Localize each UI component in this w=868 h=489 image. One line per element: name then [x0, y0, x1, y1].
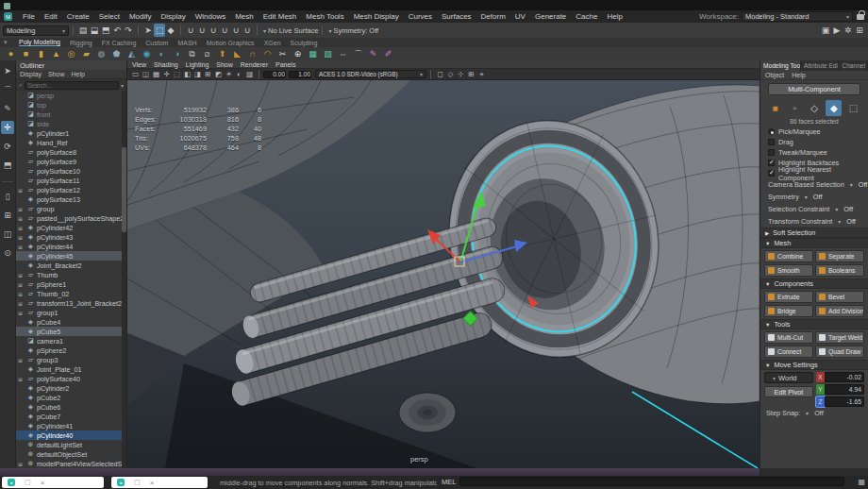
shelf-tab[interactable]: XGen — [264, 40, 281, 46]
shadows-icon[interactable]: ◐ — [234, 70, 244, 78]
outliner-item[interactable]: ⊞ polySurface12 — [16, 185, 122, 194]
expand-toggle-icon[interactable]: ⊞ — [18, 310, 25, 316]
smooth-icon[interactable]: ◠ — [260, 48, 275, 59]
shelf-tab[interactable]: MASH — [177, 40, 196, 46]
exposure-field[interactable] — [263, 71, 286, 78]
camera-attributes-icon[interactable]: ▭ — [130, 70, 141, 78]
undo-icon[interactable]: ↶ — [111, 24, 123, 37]
menu-item[interactable]: Select — [94, 12, 125, 21]
render-icon[interactable]: ▣ — [820, 24, 831, 37]
resolution-gate-icon[interactable]: ◧ — [182, 70, 192, 78]
scene-3d[interactable]: Verts: 519932 386 6 Edges: 1030318 816 8… — [127, 80, 760, 468]
tool-command-button[interactable]: Target Weld — [815, 331, 864, 344]
outliner-item[interactable]: ⊞ polySurface8 — [16, 147, 122, 157]
axis-orientation-select[interactable]: ▾ World — [764, 372, 813, 383]
edge-mode-icon[interactable]: ◇ — [807, 100, 823, 116]
boolean-intersect-icon[interactable]: ◑ — [170, 48, 184, 59]
component-command-button[interactable]: Bridge — [764, 305, 813, 317]
checkbox-icon[interactable] — [768, 149, 775, 156]
mesh-command-button[interactable]: Smooth — [764, 264, 813, 277]
checkbox-icon[interactable] — [768, 170, 775, 177]
colorspace-select[interactable]: ACES 1.0 SDR-Video (sRGB) ▾ — [315, 70, 426, 78]
checkbox-icon[interactable] — [768, 128, 775, 135]
outliner-item[interactable]: ⊞ pCylinder42 — [16, 223, 122, 232]
new-scene-icon[interactable]: ▤ — [77, 24, 89, 37]
outliner-menu-item[interactable]: Show — [48, 71, 65, 77]
outliner-item[interactable]: ⊞ defaultObjectSet — [16, 449, 122, 459]
menu-item[interactable]: Windows — [191, 12, 230, 21]
checkbox-icon[interactable] — [768, 139, 775, 145]
chevron-down-icon[interactable]: ▾ — [328, 27, 331, 34]
panel-menu-item[interactable]: Lighting — [186, 61, 209, 68]
panel-menu-item[interactable]: Shading — [154, 61, 178, 68]
paint-select-tool[interactable]: ✎ — [1, 102, 14, 115]
shelf-tab[interactable]: Rigging — [70, 40, 92, 46]
time-slider-strip[interactable] — [0, 468, 760, 476]
outliner-item[interactable]: ⊞ polySurface11 — [16, 176, 122, 185]
outliner-item[interactable]: ⊞ polySurface40 — [16, 374, 122, 383]
uv-editor-icon[interactable]: ▧ — [321, 48, 335, 59]
mel-command-input[interactable] — [459, 477, 844, 486]
multi-mode-icon[interactable]: ⬚ — [845, 100, 861, 116]
shelf-tab[interactable]: Poly Modeling — [19, 39, 60, 46]
wireframe-on-shaded-icon[interactable]: ◇ — [445, 70, 456, 78]
toolkit-option[interactable]: Highlight Nearest Component — [760, 168, 868, 178]
menu-item[interactable]: Cache — [571, 12, 602, 21]
step-snap-value[interactable]: Off — [814, 409, 824, 417]
snap-projected-center-icon[interactable]: ∪ — [219, 24, 230, 37]
toolkit-option[interactable]: Tweak/Marquee — [760, 147, 868, 158]
outliner-item[interactable]: ⊞ polySurface9 — [16, 157, 122, 166]
outliner-item[interactable]: ⊞ pCube7 — [16, 412, 122, 421]
mesh-section-header[interactable]: ▼ Mesh — [760, 238, 868, 248]
bevel-icon[interactable]: ◣ — [230, 48, 244, 59]
workspace-select[interactable]: Modeling - Standard ▾ — [742, 11, 853, 22]
shelf-tab[interactable]: Motion Graphics — [207, 40, 255, 46]
bridge-icon[interactable]: ∩ — [245, 48, 259, 59]
toolkit-dropdown[interactable]: Selection Constraint ▾ Off — [760, 203, 868, 215]
menu-item[interactable]: Curves — [404, 12, 437, 21]
select-component-icon[interactable]: ◆ — [165, 24, 176, 37]
film-gate-icon[interactable]: ⬚ — [172, 70, 182, 78]
menu-item[interactable]: Help — [602, 12, 626, 21]
cone-icon[interactable]: ▲ — [49, 48, 63, 59]
component-command-button[interactable]: Extrude — [764, 291, 813, 303]
move-tool[interactable]: ✛ — [1, 121, 14, 134]
outliner-item[interactable]: ⊞ Hand_Ref — [16, 138, 122, 147]
outliner-item[interactable]: ⊞ camera1 — [16, 336, 122, 346]
outliner-item[interactable]: ⊞ pCylinder1 — [16, 128, 122, 138]
vertex-mode-icon[interactable]: ▫ — [787, 100, 803, 116]
outliner-item[interactable]: ⊞ pCylinder41 — [16, 421, 122, 430]
menu-item[interactable]: Edit — [40, 12, 62, 21]
expand-toggle-icon[interactable]: ⊞ — [18, 244, 25, 250]
edit-pivot-button[interactable]: Edit Pivot — [764, 386, 813, 397]
mesh-command-button[interactable]: Combine — [764, 250, 813, 262]
expand-toggle-icon[interactable]: ⊞ — [18, 291, 25, 297]
cube-icon[interactable]: ■ — [19, 48, 33, 59]
pivot-axis-field[interactable]: X — [816, 372, 864, 382]
outliner-scrollbar[interactable] — [122, 91, 126, 468]
menu-item[interactable]: Create — [62, 12, 94, 21]
outliner-item[interactable]: ⊞ group3 — [16, 355, 122, 364]
symmetry-dropdown[interactable]: Symmetry: Off — [333, 26, 378, 35]
menu-item[interactable]: Display — [157, 12, 191, 21]
snap-curve-icon[interactable]: ∪ — [196, 24, 208, 37]
lock-icon[interactable] — [857, 14, 864, 20]
outliner-menu-item[interactable]: Display — [20, 71, 42, 77]
component-command-button[interactable]: Add Divisions — [815, 305, 864, 317]
outliner-item[interactable]: ⊞ pasted__polySurfaceShape25 — [16, 213, 122, 223]
outliner-item[interactable]: ⊞ pCube4 — [16, 317, 122, 327]
soft-selection-header[interactable]: ▶ Soft Selection — [760, 228, 868, 238]
render-settings-icon[interactable]: ✲ — [843, 24, 854, 37]
outliner-item[interactable]: ⊞ modelPanel4ViewSelectedSet — [16, 459, 122, 468]
shelf-grid-icon[interactable]: ⊞ — [854, 24, 865, 37]
viewcube-icon[interactable]: ⌖ — [476, 70, 487, 79]
gamma-field[interactable] — [289, 71, 311, 78]
menu-item[interactable]: Deform — [476, 12, 510, 21]
outliner-item[interactable]: ⊞ pCube6 — [16, 402, 122, 412]
outliner-menu-item[interactable]: Help — [71, 71, 84, 77]
shelf-tab[interactable]: FX Caching — [102, 40, 137, 46]
quad-draw-icon[interactable]: ▦ — [306, 48, 320, 59]
expand-toggle-icon[interactable]: ⊞ — [18, 272, 25, 278]
combine-icon[interactable]: ⧉ — [185, 48, 199, 59]
snap-surface-icon[interactable]: ∪ — [242, 24, 253, 37]
